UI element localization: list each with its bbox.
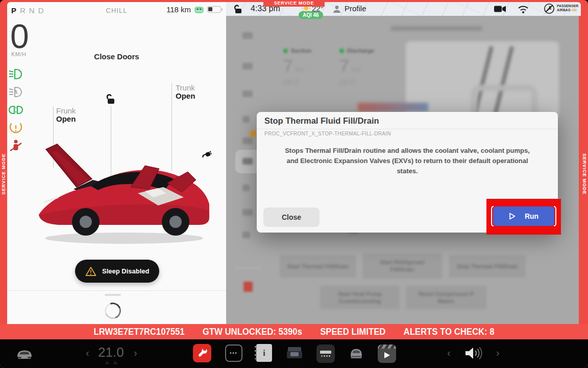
- svg-text:A: A: [14, 89, 17, 95]
- start-heat-pump-commissioning-button[interactable]: Start Heat Pump Commissioning: [320, 286, 400, 309]
- temp-gradient-bar: [358, 103, 428, 111]
- close-button[interactable]: Close: [263, 208, 320, 227]
- loading-spinner: [102, 300, 124, 322]
- auto-headlight-icon: A: [8, 85, 23, 99]
- frunk-label: Frunk: [56, 107, 76, 115]
- profile-button[interactable]: Profile: [345, 4, 366, 13]
- stop-thermal-fill-drain-button[interactable]: Stop Thermal Fill/Drain: [449, 255, 526, 278]
- profile-icon: [332, 5, 341, 14]
- procedure-id: PROC_VCFRONT_X_STOP-THERMAL-FILL-DRAIN: [264, 131, 391, 136]
- frunk-state: Open: [56, 115, 76, 123]
- tesla-service-mode-screen: SERVICE MODE SERVICE MODE SERVICE MODE P…: [0, 0, 588, 368]
- speed-value: 0: [10, 19, 29, 53]
- speaker-icon[interactable]: [463, 346, 485, 361]
- rail-icon-4[interactable]: [242, 116, 250, 123]
- passenger-airbag-icon: [544, 3, 555, 14]
- rail-notification-badge: [250, 130, 256, 137]
- focus-bracket-left: [491, 206, 494, 226]
- owners-manual-icon[interactable]: i: [256, 344, 272, 362]
- panel-title-blurred: [390, 26, 482, 31]
- all-apps-icon[interactable]: •••: [225, 344, 242, 362]
- battery-icon: [207, 6, 221, 13]
- taskbar: ‹ 21.0 › ♨ ♨ ••• i: [0, 339, 588, 368]
- dialog-title: Stop Thermal Fluid Fill/Drain: [264, 116, 379, 126]
- volume-down-chevron[interactable]: ‹: [447, 348, 451, 358]
- airbag-line1: PASSENGER: [557, 4, 578, 8]
- airbag-line2: AIRBAG: [557, 8, 572, 12]
- rail-icon-3[interactable]: [242, 90, 253, 97]
- vehicle-app-icon[interactable]: [348, 346, 364, 361]
- drag-handle[interactable]: [105, 294, 121, 296]
- gauge-temp: 28°C: [339, 78, 374, 86]
- cabin-temp-value[interactable]: 21.0: [98, 344, 124, 360]
- gauge-unit: bar: [351, 66, 360, 73]
- frunk-status[interactable]: Frunk Open: [56, 107, 76, 123]
- start-refrigerant-fill-drain-button[interactable]: Start Refrigerant Fill/Drain: [362, 253, 442, 279]
- sleep-disabled-banner: Sleep Disabled: [75, 260, 159, 283]
- service-status-bar: LRW3E7ET7RC107551 GTW UNLOCKED: 5390s SP…: [0, 324, 588, 339]
- diagnostics-app-icon[interactable]: [316, 344, 335, 363]
- trunk-status[interactable]: Trunk Open: [176, 84, 195, 100]
- rail-exit-icon[interactable]: [243, 282, 253, 292]
- dialog-divider: [257, 129, 558, 129]
- panel-divider: [7, 290, 226, 291]
- position-lamps-icon: [8, 103, 23, 117]
- vin: LRW3E7ET7RC107551: [93, 326, 184, 337]
- start-thermal-fill-drain-button[interactable]: Start Thermal Fill/Drain: [280, 255, 356, 278]
- gauge-discharge: Discharge 7 bar 28°C: [339, 48, 374, 86]
- passenger-airbag-status: PASSENGER AIRBAG ON: [557, 4, 578, 13]
- rail-icon-1[interactable]: [242, 32, 253, 39]
- range-value: 118 km: [166, 5, 191, 14]
- sleep-disabled-label: Sleep Disabled: [102, 267, 149, 275]
- vehicle-illustration: [30, 136, 213, 247]
- rail-icon-6[interactable]: [242, 158, 253, 165]
- battery-buddy-icon: [194, 6, 204, 14]
- airbag-state: ON: [572, 8, 577, 12]
- unlocked-icon[interactable]: [105, 94, 116, 105]
- toolbox-app-icon[interactable]: [286, 344, 303, 362]
- gauge-unit: bar: [295, 66, 304, 73]
- vehicle-unlocked-icon[interactable]: [233, 5, 243, 14]
- media-app-icon[interactable]: [378, 344, 396, 363]
- car-controls-icon[interactable]: [14, 346, 35, 361]
- service-mode-left-label: SERVICE MODE: [1, 153, 6, 195]
- rail-icon-7[interactable]: [242, 185, 250, 191]
- gauge-label: Suction: [291, 48, 311, 54]
- dashcam-icon[interactable]: [494, 5, 506, 13]
- temp-up-chevron[interactable]: ›: [134, 348, 137, 358]
- gauge-value: 7: [339, 56, 349, 75]
- rail-icon-5[interactable]: [242, 137, 253, 144]
- volume-up-chevron[interactable]: ›: [496, 348, 500, 358]
- seat-heater-right-icon[interactable]: ♨: [113, 360, 117, 365]
- service-mode-right-label: SERVICE MODE: [582, 153, 587, 195]
- reset-compressor-matrix-button[interactable]: Reset Compressor P Matrix: [406, 286, 486, 309]
- trunk-label: Trunk: [176, 84, 195, 92]
- gauge-status-dot: [283, 49, 288, 53]
- tpms-warning-icon: [8, 121, 23, 134]
- focus-bracket-right: [554, 206, 556, 226]
- service-app-icon[interactable]: [193, 344, 211, 362]
- vehicle-status-panel: PRND CHILL 118 km 0 KM/H Close Doors: [7, 2, 226, 324]
- rail-icon-2[interactable]: [242, 63, 253, 70]
- temp-down-chevron[interactable]: ‹: [86, 348, 89, 358]
- warning-triangle-icon: [85, 266, 96, 277]
- annotation-highlight-box: Run: [486, 199, 561, 235]
- service-mode-top-label: SERVICE MODE: [263, 0, 325, 7]
- run-button[interactable]: Run: [493, 206, 554, 226]
- run-label: Run: [525, 212, 538, 220]
- trunk-state: Open: [176, 92, 195, 100]
- range-group: 118 km: [166, 5, 221, 14]
- rail-icon-9[interactable]: [242, 232, 250, 238]
- low-beam-icon: [8, 67, 23, 81]
- aqi-badge: AQI 46: [299, 11, 323, 19]
- seatbelt-warning-icon: [8, 139, 23, 152]
- doors-status-label: Close Doors: [7, 52, 226, 61]
- play-icon: [509, 213, 516, 220]
- gauge-label: Discharge: [347, 48, 374, 54]
- play-icon: [383, 352, 390, 359]
- gauge-suction: Suction 7 bar 28°C: [283, 48, 311, 86]
- wifi-icon[interactable]: [517, 4, 529, 14]
- seat-heater-left-icon[interactable]: ♨: [105, 360, 109, 365]
- rail-icon-8[interactable]: [242, 209, 253, 216]
- wrench-icon: [196, 347, 208, 359]
